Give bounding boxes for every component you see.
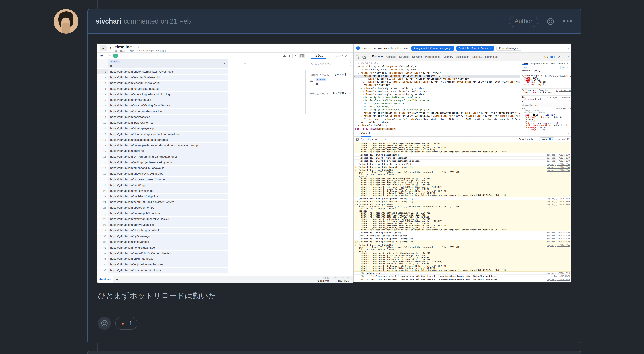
dom-node[interactable]: <class="dv-tag">script src=class="dv-val… xyxy=(354,112,520,115)
css-rule[interactable]: head?projec…026a6076b:1#global-wrapper {… xyxy=(521,74,572,88)
row-url-cell[interactable]: https://github.com/leachim6/hello-world xyxy=(108,75,228,80)
gear-icon[interactable] xyxy=(558,55,560,58)
row-url-cell[interactable]: https://github.com/hongruiqi/amf.go xyxy=(108,245,228,250)
devtools-tab-memory[interactable]: Memory xyxy=(443,53,453,61)
dom-node[interactable]: <!-- localhost:8080/datahub/public/build… xyxy=(354,99,520,102)
row-url-cell[interactable]: https://github.com/capitaomorte/autopair xyxy=(108,268,228,273)
column-item-name[interactable]: rr xyxy=(316,83,318,86)
console-warning-row[interactable]: chunk.src_components_jobflow_wizard_JobW… xyxy=(354,142,572,153)
row-number[interactable]: 2 xyxy=(98,75,108,80)
row-url-cell[interactable]: https://github.com/leachim6/hello-world xyxy=(108,81,228,86)
row-url-cell[interactable]: https://github.com/jimlar/sheep xyxy=(108,239,228,245)
console-source-link[interactable]: bugsnag.js?012c:2040 xyxy=(547,201,570,203)
row-number[interactable]: 15 xyxy=(98,149,108,154)
row-url-cell[interactable]: https://github.com/djs55/mirage xyxy=(108,234,228,239)
row-number[interactable]: 16 xyxy=(98,154,108,160)
row-url-cell[interactable]: https://github.com/marick/leiningen xyxy=(108,188,228,193)
console-source-link[interactable]: bugsnag.js?012c:2040 xyxy=(547,169,570,171)
row-number[interactable]: 33 xyxy=(98,251,108,256)
devtools-tab-elements[interactable]: Elements xyxy=(372,52,383,61)
row-number[interactable]: 27 xyxy=(98,217,108,222)
back-chevron-icon[interactable]: ‹ xyxy=(110,45,112,50)
row-url-cell[interactable]: https://github.com/perl6/nqp xyxy=(108,183,228,188)
row-url-cell[interactable]: https://github.com/lunjure/lunjure_hiccs… xyxy=(108,262,228,267)
css-rule-source[interactable]: user agent stylesheet xyxy=(547,96,571,98)
styles-filter-input[interactable]: Filter xyxy=(522,66,561,69)
chart-icon[interactable] xyxy=(283,54,286,58)
row-url-cell[interactable]: https://github.com/andrewpoh/Rhodium xyxy=(108,211,228,216)
grid-corner[interactable] xyxy=(98,59,108,68)
comment-options-icon[interactable]: ••• xyxy=(563,17,573,25)
console-warning-row[interactable]: ▶[webpack-dev-server] WARNINGasset size … xyxy=(354,169,572,197)
row-number[interactable]: 21 xyxy=(98,183,108,188)
dom-node[interactable]: ▶<class="dv-tag">style>…</class="dv-tag"… xyxy=(354,87,520,90)
devtools-tab-sources[interactable]: Sources xyxy=(399,53,409,61)
show-all-button[interactable]: すべて表示 xyxy=(334,73,350,76)
console-context-select[interactable]: top ▾ xyxy=(368,138,373,141)
row-number[interactable]: 19 xyxy=(98,171,108,176)
dom-node[interactable]: </class="dv-tag">div> xyxy=(354,84,520,87)
console-source-link[interactable]: bugsnag.js?012c:2040 xyxy=(547,160,570,162)
styles-filter-buttons[interactable]: :hov .cls + xyxy=(562,66,571,68)
row-url-cell[interactable]: https://github.com/vimeo/player-api xyxy=(108,126,228,131)
row-number[interactable]: 28 xyxy=(98,222,108,228)
dom-node[interactable]: <!-- script(src="#{globalNavigationJs}")… xyxy=(354,96,520,99)
warnings-badge[interactable]: 9 xyxy=(543,55,548,58)
row-url-cell[interactable]: https://github.com/nf/mapreduce xyxy=(108,98,228,103)
star-icon[interactable]: ☆ xyxy=(137,45,140,49)
breadcrumb-item[interactable]: html xyxy=(355,128,360,130)
eye-icon[interactable] xyxy=(310,80,313,82)
breadcrumb-item[interactable]: div#global-wrapper xyxy=(370,128,396,130)
row-number[interactable]: 8 xyxy=(98,109,108,114)
row-number[interactable]: 22 xyxy=(98,188,108,193)
dom-node[interactable]: ▶<class="dv-tag">head>…</class="dv-tag">… xyxy=(354,68,520,71)
row-number[interactable]: 24 xyxy=(98,200,108,205)
row-url-cell[interactable]: https://github.com/dbetebenner/SGP xyxy=(108,205,228,211)
kebab-vertical-icon[interactable]: ⋮ xyxy=(356,132,358,135)
console-source-link[interactable]: bugsnag.js?012c:2040 xyxy=(547,166,570,168)
row-number[interactable]: 10 xyxy=(98,120,108,125)
hide-all-button[interactable]: すべて非表示 xyxy=(332,92,350,95)
console-source-link[interactable]: bugsnag.js?012c:2040 xyxy=(547,244,570,246)
column-header-cell[interactable]: STRING rr ▾ xyxy=(108,59,228,68)
gear-icon[interactable] xyxy=(567,138,570,141)
sheet-tab[interactable]: timeline▾ xyxy=(98,276,113,283)
row-url-cell[interactable]: https://github.com/ben0109/Papilio-Maste… xyxy=(108,200,228,205)
row-number[interactable]: 5 xyxy=(98,92,108,97)
row-number[interactable]: 34 xyxy=(98,256,108,262)
close-icon[interactable]: × xyxy=(567,46,569,50)
row-number[interactable]: 35 xyxy=(98,262,108,267)
row-url-cell[interactable]: https://github.com/developwithpassion/dn… xyxy=(108,143,228,148)
dom-node[interactable]: <class="dv-tag">html lang=class="dv-val"… xyxy=(354,65,520,68)
comment-author[interactable]: sivchari xyxy=(96,17,121,25)
row-url-cell[interactable]: https://github.com/mirven/underscore.lua xyxy=(108,109,228,114)
device-toolbar-icon[interactable] xyxy=(362,55,366,59)
css-rule[interactable]: style.css:204*, *::before, *::after {box… xyxy=(521,88,572,96)
devtools-tab-network[interactable]: Network xyxy=(412,53,422,61)
row-number[interactable]: 12 xyxy=(98,132,108,137)
row-url-cell[interactable]: https://github.com/ghc/ghc xyxy=(108,149,228,154)
console-source-link[interactable]: bugsnag.js?012c:2040 xyxy=(547,197,570,199)
row-url-cell[interactable]: https://github.com/photonstorm/Flixel-Po… xyxy=(108,69,228,74)
row-number[interactable]: 14 xyxy=(98,143,108,148)
console-log-row[interactable]: [HMR] Updated modules:bugsnag.js?012c:20… xyxy=(354,272,572,275)
row-url-cell[interactable]: https://github.com/malikbakt/erlypoker xyxy=(108,194,228,199)
console-levels-select[interactable]: Default levels ▾ xyxy=(519,138,534,141)
row-url-cell[interactable]: https://github.com/erikd/http-proxy xyxy=(108,256,228,262)
row-url-cell[interactable]: https://github.com/agrover/conffiles xyxy=(108,222,228,228)
styles-tab-styles[interactable]: Styles xyxy=(522,62,528,65)
bolt-icon[interactable] xyxy=(288,54,291,58)
console-log-row[interactable]: [webpack-dev-server] Hot Module Replacem… xyxy=(354,160,572,163)
css-rule[interactable]: style.css:210body {height: 100%;min-heig… xyxy=(521,107,572,131)
console-source-link[interactable]: bugsnag.js?012c:2040 xyxy=(547,232,570,234)
console-source-link[interactable]: bugsnag.js?012c:2040 xyxy=(547,235,570,237)
attached-screenshot[interactable]: ≡ ‹ timeline ☆ 最終更新：24日前（admin@example.c… xyxy=(98,43,572,283)
row-url-cell[interactable]: https://github.com/elasticdog/puppet-san… xyxy=(108,137,228,142)
live-expression-eye-icon[interactable] xyxy=(375,138,378,140)
console-filter-input[interactable]: Filter xyxy=(380,138,466,141)
row-number[interactable]: 29 xyxy=(98,228,108,233)
styles-tab-layout[interactable]: Layout xyxy=(541,62,548,64)
devtools-tab-application[interactable]: Application xyxy=(456,53,469,61)
console-source-link[interactable]: bugsnag.js?012c:2040 xyxy=(547,163,570,165)
comment-timestamp[interactable]: commented on 21 Feb xyxy=(124,17,191,25)
